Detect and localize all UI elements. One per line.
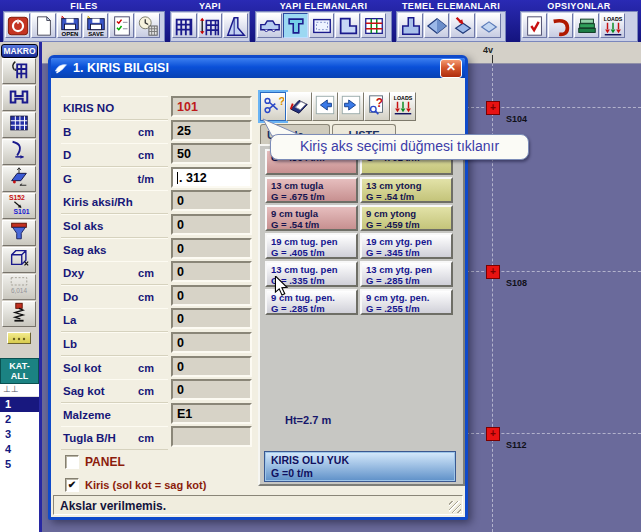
macro-count-button[interactable]: 6,014: [2, 274, 36, 300]
storey-item-5[interactable]: 5: [0, 457, 39, 472]
field-value[interactable]: 0: [171, 356, 252, 377]
storey-item-4[interactable]: 4: [0, 442, 39, 457]
close-icon[interactable]: ✕: [440, 59, 462, 78]
field-label-cell: Sol kotcm: [61, 356, 168, 380]
macro-mini-button[interactable]: [7, 332, 31, 344]
macro-funnel-button[interactable]: [2, 220, 36, 246]
time-report-button[interactable]: [135, 13, 160, 38]
retaining-wall-button[interactable]: [223, 13, 248, 38]
node-marker-s104[interactable]: +: [486, 101, 500, 115]
pyramid-footing-button[interactable]: [424, 13, 449, 38]
resize-grip[interactable]: [449, 501, 461, 513]
field-value[interactable]: [171, 426, 252, 447]
eraser-button[interactable]: [286, 92, 312, 121]
field-value[interactable]: . 312: [171, 167, 252, 188]
form-row-g: Gt/m. 312: [61, 167, 255, 190]
hook-button[interactable]: [548, 13, 573, 38]
storey-item-2[interactable]: 2: [0, 412, 39, 427]
column-icon: [285, 15, 307, 37]
field-value[interactable]: 0: [171, 332, 252, 353]
building-edit-button[interactable]: [198, 13, 223, 38]
axis-4-label: 4v: [483, 45, 493, 55]
load-preset-button-7[interactable]: 19 cm tug. penG = .405 t/m: [265, 233, 358, 259]
storey-item-1[interactable]: 1: [0, 397, 39, 412]
field-value[interactable]: E1: [171, 403, 252, 424]
kiris-kot-checkbox-label: Kiris (sol kot = sag kot): [85, 479, 206, 491]
load-preset-button-6[interactable]: 9 cm ytongG = .459 t/m: [360, 205, 453, 231]
toolbar-group-label: FILES: [3, 1, 165, 11]
macro-plate-button[interactable]: [2, 166, 36, 192]
column-button[interactable]: [283, 13, 308, 38]
load-preset-button-3[interactable]: 13 cm tuglaG = .675 t/m: [265, 177, 358, 203]
load-preset-button-4[interactable]: 13 cm ytongG = .54 t/m: [360, 177, 453, 203]
dialog-titlebar[interactable]: 1. KIRIS BILGISI ✕: [51, 58, 465, 78]
macro-plate-icon: [8, 166, 30, 192]
field-value[interactable]: 0: [171, 238, 252, 259]
save-button[interactable]: SAVE: [83, 13, 108, 38]
storey-item-3[interactable]: 3: [0, 427, 39, 442]
field-value[interactable]: 0: [171, 285, 252, 306]
form-row-sol-aks: Sol aks0: [61, 214, 255, 237]
field-value[interactable]: 0: [171, 308, 252, 329]
load-preset-button-10[interactable]: 13 cm ytg. penG = .285 t/m: [360, 261, 453, 287]
panel-checkbox[interactable]: [65, 455, 79, 469]
load-preset-button-8[interactable]: 19 cm ytg. penG = .345 t/m: [360, 233, 453, 259]
field-value[interactable]: 0: [171, 214, 252, 235]
polygon-slab-button[interactable]: [335, 13, 360, 38]
arrow-right-button[interactable]: [338, 92, 364, 121]
help-button[interactable]: ?: [364, 92, 390, 121]
options-check-button[interactable]: [522, 13, 547, 38]
beam-button[interactable]: [257, 13, 282, 38]
macro-building-button[interactable]: [2, 58, 36, 84]
exit-button[interactable]: [5, 13, 30, 38]
field-value[interactable]: 0: [171, 190, 252, 211]
field-label-cell: KIRIS NO: [61, 96, 168, 120]
load-preset-button-5[interactable]: 9 cm tuglaG = .54 t/m: [265, 205, 358, 231]
field-value[interactable]: 25: [171, 120, 252, 141]
footing-button[interactable]: [398, 13, 423, 38]
slab-button[interactable]: [309, 13, 334, 38]
mat-foundation-button[interactable]: [476, 13, 501, 38]
strip-footing-button[interactable]: [450, 13, 475, 38]
checklist-button[interactable]: [109, 13, 134, 38]
load-preset-button-12[interactable]: 9 cm ytg. pen.G = .255 t/m: [360, 289, 453, 315]
node-marker-s112[interactable]: +: [486, 427, 500, 441]
new-file-button[interactable]: [31, 13, 56, 38]
kiris-olu-yuk-button[interactable]: KIRIS OLU YUK G =0 t/m: [264, 451, 456, 482]
loads-button[interactable]: LOADS: [600, 13, 625, 38]
load-preset-button-11[interactable]: 9 cm tug. pen.G = .285 t/m: [265, 289, 358, 315]
text-caret: [177, 172, 178, 184]
macro-portal-icon: [8, 85, 30, 111]
load-preset-button-9[interactable]: 13 cm tug. penG = .335 t/m: [265, 261, 358, 287]
field-value[interactable]: 101: [171, 96, 252, 117]
open-button[interactable]: OPEN: [57, 13, 82, 38]
building-frame-button[interactable]: [172, 13, 197, 38]
kiris-olu-yuk-line2: G =0 t/m: [271, 467, 455, 480]
arrow-left-button[interactable]: [312, 92, 338, 121]
macro-spring-button[interactable]: [2, 301, 36, 327]
panel-checkbox-label: PANEL: [85, 455, 125, 469]
field-label: Dxy: [63, 267, 84, 279]
macro-s-axes-button[interactable]: S152S101: [2, 193, 36, 219]
node-marker-s108[interactable]: +: [486, 265, 500, 279]
load-preset-name: 9 cm tug. pen.: [271, 292, 356, 303]
mat-foundation-icon: [478, 15, 500, 37]
field-value[interactable]: 0: [171, 379, 252, 400]
macro-portal-button[interactable]: [2, 85, 36, 111]
field-value[interactable]: 0: [171, 261, 252, 282]
axis-select-button[interactable]: ?: [260, 92, 286, 121]
field-label: Malzeme: [63, 409, 111, 421]
ribbed-slab-icon: [363, 15, 385, 37]
macro-box-button[interactable]: [2, 247, 36, 273]
ribbed-slab-button[interactable]: [361, 13, 386, 38]
load-preset-value: G = .675 t/m: [271, 191, 356, 202]
macro-mesh-button[interactable]: [2, 112, 36, 138]
kiris-kot-checkbox[interactable]: ✔: [65, 478, 79, 492]
field-value[interactable]: 50: [171, 143, 252, 164]
loads-button[interactable]: LOADS: [390, 92, 416, 121]
svg-text:?: ?: [279, 95, 285, 107]
macro-spring-icon: [8, 301, 30, 327]
macro-curve-button[interactable]: [2, 139, 36, 165]
books-button[interactable]: [574, 13, 599, 38]
field-label: Do: [63, 291, 78, 303]
